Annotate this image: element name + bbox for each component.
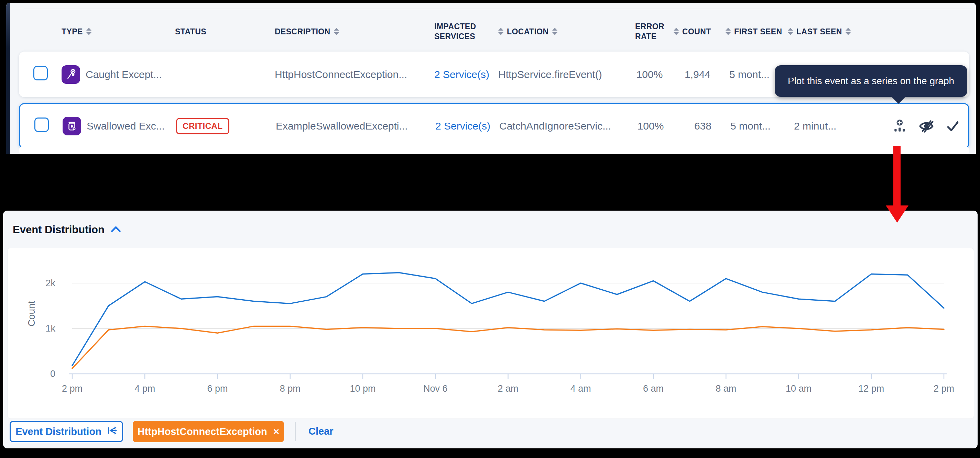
column-header-impacted-services: IMPACTED SERVICES — [426, 22, 486, 41]
row-location: HttpService.fireEvent() — [498, 69, 625, 81]
impacted-services-link[interactable]: 2 Service(s) — [426, 69, 498, 81]
row-count: 1,944 — [674, 69, 720, 81]
series-button-event-distribution[interactable]: Event Distribution — [10, 421, 123, 442]
column-header-first-seen[interactable]: FIRST SEEN — [720, 27, 784, 36]
panel-title-text: Event Distribution — [13, 223, 105, 236]
chart-legend-row: Event Distribution HttpHostConnectExcept… — [3, 421, 978, 444]
row-error-rate: 100% — [627, 120, 675, 132]
sort-icon[interactable] — [674, 28, 679, 35]
column-label-impacted-services: IMPACTED SERVICES — [434, 22, 486, 41]
column-header-count[interactable]: COUNT — [674, 27, 720, 36]
column-label-last-seen: LAST SEEN — [796, 27, 842, 36]
column-label-status: STATUS — [175, 27, 206, 36]
row-checkbox[interactable] — [33, 66, 48, 81]
column-header-error-rate: ERROR RATE — [625, 22, 670, 41]
table-row-swallowed-exception[interactable]: Swallowed Exc... CRITICAL ExampleSwallow… — [19, 103, 969, 149]
series-chip-httphostconnectexception[interactable]: HttpHostConnectException × — [133, 421, 284, 442]
share-series-icon — [107, 425, 117, 438]
sort-icon[interactable] — [334, 28, 339, 35]
impacted-services-link[interactable]: 2 Service(s) — [427, 120, 499, 132]
column-label-count: COUNT — [682, 27, 711, 36]
row-error-rate: 100% — [625, 69, 674, 81]
column-header-last-seen[interactable]: LAST SEEN — [784, 27, 877, 36]
sort-icon[interactable] — [552, 28, 557, 35]
header-divider — [24, 9, 971, 9]
sort-icon[interactable] — [725, 28, 731, 35]
collapse-chevron-icon[interactable] — [111, 223, 121, 236]
plot-series-icon[interactable] — [892, 119, 907, 134]
column-label-first-seen: FIRST SEEN — [734, 27, 782, 36]
row-description: ExampleSwallowedExcepti... — [276, 120, 427, 132]
row-location: CatchAndIgnoreServic... — [499, 120, 627, 132]
row-checkbox[interactable] — [34, 117, 49, 132]
sort-icon[interactable] — [86, 28, 91, 35]
column-header-description[interactable]: DESCRIPTION — [275, 27, 426, 36]
swallowed-exception-icon — [63, 117, 81, 135]
resolve-check-icon[interactable] — [946, 119, 960, 134]
row-type-label: Caught Except... — [86, 69, 162, 81]
legend-divider — [295, 422, 296, 441]
column-label-type: TYPE — [62, 27, 83, 36]
remove-series-icon[interactable]: × — [274, 426, 280, 437]
panel-title: Event Distribution — [13, 223, 121, 236]
series-button-label: Event Distribution — [16, 426, 102, 437]
column-header-type[interactable]: TYPE — [62, 27, 175, 36]
tooltip-text: Plot this event as a series on the graph — [788, 76, 954, 87]
sort-icon[interactable] — [846, 28, 851, 35]
column-label-description: DESCRIPTION — [275, 27, 331, 36]
critical-status-badge: CRITICAL — [176, 118, 229, 134]
sort-icon[interactable] — [788, 28, 793, 35]
sidebar-edge — [6, 3, 10, 154]
row-first-seen: 5 mont... — [721, 120, 785, 132]
annotation-arrow-head — [886, 206, 908, 223]
column-label-error-rate: ERROR RATE — [635, 22, 670, 41]
chart-card — [7, 248, 974, 419]
event-distribution-panel: Event Distribution 01k2k2 pm4 pm6 pm8 pm… — [3, 211, 978, 448]
hide-series-icon[interactable] — [919, 119, 934, 134]
row-type-label: Swallowed Exc... — [87, 120, 165, 132]
column-header-status: STATUS — [175, 27, 275, 36]
sort-icon[interactable] — [498, 28, 503, 35]
row-description: HttpHostConnectException... — [275, 69, 426, 81]
annotation-arrow — [893, 146, 900, 206]
clear-series-link[interactable]: Clear — [309, 426, 334, 437]
column-header-location[interactable]: LOCATION — [498, 27, 625, 36]
column-label-location: LOCATION — [507, 27, 549, 36]
row-count: 638 — [675, 120, 721, 132]
next-row-partial — [19, 146, 969, 154]
row-first-seen: 5 mont... — [720, 69, 784, 81]
table-header-row: TYPE STATUS DESCRIPTION IMPACTED SERVICE… — [19, 13, 968, 50]
row-last-seen: 2 minut... — [785, 120, 878, 132]
caught-exception-icon — [62, 65, 80, 84]
plot-event-tooltip: Plot this event as a series on the graph — [775, 65, 967, 97]
series-chip-label: HttpHostConnectException — [138, 426, 267, 437]
